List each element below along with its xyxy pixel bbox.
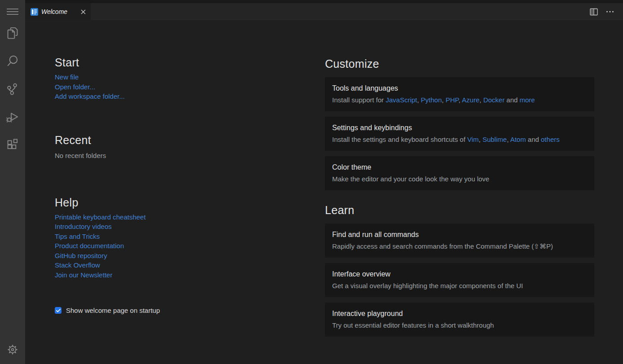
- inline-link-python[interactable]: Python: [421, 96, 442, 104]
- vscode-window: Welcome: [0, 0, 623, 364]
- activity-bar: [0, 0, 25, 364]
- welcome-page: Start New fileOpen folder...Add workspac…: [25, 20, 623, 364]
- card-find-and-run-all-commands[interactable]: Find and run all commandsRapidly access …: [325, 224, 594, 258]
- card-title: Color theme: [332, 163, 587, 172]
- extensions-icon: [5, 137, 20, 152]
- inline-link-others[interactable]: others: [541, 136, 560, 143]
- card-color-theme[interactable]: Color themeMake the editor and your code…: [325, 156, 594, 190]
- explorer-icon: [5, 26, 20, 40]
- inline-link-docker[interactable]: Docker: [483, 96, 505, 104]
- help-link-printable-keyboard-cheatsheet[interactable]: Printable keyboard cheatsheet: [55, 212, 146, 222]
- learn-heading: Learn: [325, 203, 594, 217]
- start-links: New fileOpen folder...Add workspace fold…: [55, 72, 306, 101]
- card-settings-and-keybindings[interactable]: Settings and keybindingsInstall the sett…: [325, 117, 594, 151]
- settings-gear-icon: [5, 342, 20, 357]
- close-icon[interactable]: [79, 8, 87, 16]
- activity-bar-item-settings[interactable]: [4, 341, 22, 359]
- inline-link-more[interactable]: more: [520, 96, 535, 104]
- menu-button[interactable]: [4, 5, 22, 18]
- source-control-icon: [5, 82, 20, 96]
- activity-bar-item-run-debug[interactable]: [4, 108, 22, 126]
- search-icon: [5, 54, 20, 68]
- card-title: Tools and languages: [332, 84, 587, 93]
- inline-link-azure[interactable]: Azure: [462, 96, 479, 104]
- recent-heading: Recent: [55, 133, 306, 147]
- help-heading: Help: [55, 195, 306, 210]
- learn-cards: Find and run all commandsRapidly access …: [325, 224, 594, 337]
- card-tools-and-languages[interactable]: Tools and languagesInstall support for J…: [325, 77, 594, 111]
- titlebar-edge: [25, 0, 623, 3]
- activity-bar-item-explorer[interactable]: [4, 24, 22, 42]
- inline-link-javascript[interactable]: JavaScript: [386, 96, 417, 104]
- split-editor-icon[interactable]: [590, 8, 598, 16]
- card-description: Try out essential editor features in a s…: [332, 321, 587, 330]
- help-link-product-documentation[interactable]: Product documentation: [55, 241, 124, 251]
- card-description: Install support for JavaScript, Python, …: [332, 96, 587, 105]
- tab-bar: Welcome: [25, 3, 623, 20]
- startup-checkbox-label: Show welcome page on startup: [66, 307, 160, 314]
- start-heading: Start: [55, 55, 306, 70]
- start-link-open-folder[interactable]: Open folder...: [55, 82, 95, 92]
- recent-empty-message: No recent folders: [55, 151, 306, 160]
- help-link-github-repository[interactable]: GitHub repository: [55, 251, 107, 261]
- customize-heading: Customize: [325, 57, 594, 71]
- card-interactive-playground[interactable]: Interactive playgroundTry out essential …: [325, 303, 594, 337]
- menu-icon: [6, 7, 19, 16]
- help-link-stack-overflow[interactable]: Stack Overflow: [55, 260, 100, 270]
- start-link-add-workspace-folder[interactable]: Add workspace folder...: [55, 92, 125, 101]
- inline-link-vim[interactable]: Vim: [467, 136, 479, 143]
- card-title: Settings and keybindings: [332, 123, 587, 132]
- activity-bar-item-source-control[interactable]: [4, 80, 22, 98]
- card-description: Install the settings and keyboard shortc…: [332, 135, 587, 144]
- card-description: Get a visual overlay highlighting the ma…: [332, 281, 587, 290]
- tab-title: Welcome: [41, 8, 76, 15]
- activity-bar-item-search[interactable]: [4, 52, 22, 70]
- card-title: Find and run all commands: [332, 230, 587, 239]
- card-title: Interactive playground: [332, 309, 587, 318]
- welcome-page-icon: [31, 8, 38, 16]
- card-interface-overview[interactable]: Interface overviewGet a visual overlay h…: [325, 263, 594, 297]
- activity-bar-item-extensions[interactable]: [4, 136, 22, 153]
- run-debug-icon: [5, 110, 20, 124]
- editor-actions: [590, 3, 623, 20]
- welcome-left-column: Start New fileOpen folder...Add workspac…: [55, 55, 306, 314]
- card-description: Rapidly access and search commands from …: [332, 242, 587, 251]
- card-title: Interface overview: [332, 270, 587, 279]
- inline-link-atom[interactable]: Atom: [510, 136, 526, 143]
- inline-link-sublime[interactable]: Sublime: [483, 136, 507, 143]
- help-link-introductory-videos[interactable]: Introductory videos: [55, 222, 112, 232]
- welcome-right-column: Customize Tools and languagesInstall sup…: [325, 57, 594, 342]
- help-link-join-our-newsletter[interactable]: Join our Newsletter: [55, 270, 112, 280]
- startup-checkbox-row[interactable]: Show welcome page on startup: [55, 307, 160, 314]
- start-link-new-file[interactable]: New file: [55, 72, 79, 82]
- inline-link-php[interactable]: PHP: [446, 96, 459, 104]
- checkbox-icon[interactable]: [55, 307, 61, 314]
- help-link-tips-and-tricks[interactable]: Tips and Tricks: [55, 232, 100, 241]
- main-area: Welcome: [25, 0, 623, 364]
- more-actions-icon[interactable]: [606, 10, 614, 13]
- customize-cards: Tools and languagesInstall support for J…: [325, 77, 594, 190]
- help-links: Printable keyboard cheatsheetIntroductor…: [55, 212, 306, 280]
- tab-welcome[interactable]: Welcome: [25, 3, 91, 20]
- card-description: Make the editor and your code look the w…: [332, 175, 587, 184]
